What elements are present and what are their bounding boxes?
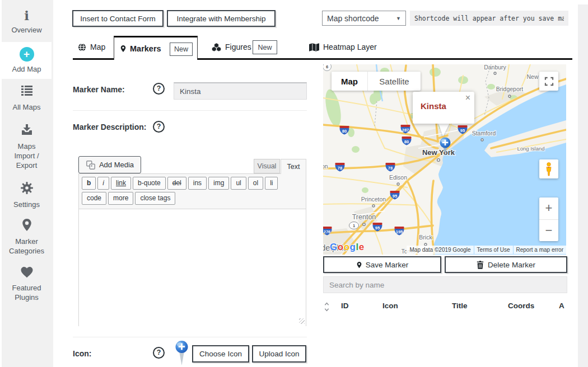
tab-heatmap-label: Heatmap Layer — [323, 43, 377, 51]
qt-ol-button[interactable]: ol — [248, 177, 263, 190]
zoom-in-button[interactable]: + — [539, 197, 558, 220]
markers-new-badge[interactable]: New — [170, 43, 193, 56]
editor-tab-visual[interactable]: Visual — [254, 159, 280, 173]
marker-name-label: Marker Name: — [73, 85, 125, 94]
sidebar-item-all-maps[interactable]: All Maps — [2, 84, 52, 112]
zoom-control: + − — [539, 197, 558, 241]
column-header-action[interactable]: A — [559, 302, 564, 310]
google-logo[interactable]: Google — [330, 242, 365, 253]
google-logo-letter: o — [338, 242, 344, 252]
map-type-satellite-button[interactable]: Satellite — [368, 72, 421, 91]
marker-name-input[interactable] — [174, 82, 307, 100]
fullscreen-button[interactable] — [539, 72, 558, 91]
sidebar-item-marker-categories[interactable]: Marker Categories — [2, 218, 52, 256]
map-data-attribution: Map data ©2019 Google — [407, 246, 473, 254]
column-header-id[interactable]: ID — [341, 302, 349, 310]
plus-circle-icon: + — [20, 47, 34, 62]
google-logo-letter: o — [344, 242, 350, 252]
wp-google-maps-page: i Overview + Add Map All Maps Maps Impor… — [0, 0, 588, 367]
sidebar-item-label: All Maps — [2, 102, 52, 112]
map-pin-icon — [21, 218, 33, 232]
marker-table-header: ID Icon Title Coords A — [323, 300, 567, 314]
report-map-error-link[interactable]: Report a map error — [514, 246, 566, 254]
column-header-coords[interactable]: Coords — [508, 302, 534, 310]
qt-del-button[interactable]: del — [167, 177, 186, 190]
sidebar-item-featured-plugins[interactable]: Featured Plugins — [2, 266, 52, 302]
qt-blockquote-button[interactable]: b-quote — [133, 177, 166, 190]
insert-to-contact-form-button[interactable]: Insert to Contact Form — [72, 10, 164, 27]
infowindow-close-icon[interactable]: × — [465, 93, 470, 103]
shield-label: 276 — [324, 229, 331, 234]
sidebar-item-add-map[interactable]: + Add Map — [0, 42, 52, 79]
editor-tab-text[interactable]: Text — [281, 159, 306, 174]
shield-label: 95 — [393, 194, 397, 199]
qt-ins-button[interactable]: ins — [188, 177, 207, 190]
qt-link-button[interactable]: link — [111, 177, 131, 190]
fullscreen-icon — [544, 77, 554, 86]
tab-heatmap-layer[interactable]: Heatmap Layer — [309, 43, 377, 51]
pegman-icon — [545, 162, 553, 176]
delete-marker-button[interactable]: Delete Marker — [445, 256, 567, 273]
qt-italic-button[interactable]: i — [97, 177, 109, 190]
zoom-out-button[interactable]: − — [539, 220, 558, 242]
sidebar-item-overview[interactable]: i Overview — [2, 9, 52, 35]
qt-close-tags-button[interactable]: close tags — [135, 192, 175, 205]
tab-markers[interactable]: Markers New — [114, 36, 198, 60]
sidebar-item-settings[interactable]: Settings — [2, 181, 52, 209]
sidebar-item-label: Overview — [2, 25, 52, 35]
marker-description-help-icon[interactable]: ? — [153, 121, 165, 133]
sidebar-item-maps-import-export[interactable]: Maps Import / Export — [2, 123, 52, 170]
google-logo-letter: e — [359, 242, 365, 252]
save-marker-button[interactable]: Save Marker — [323, 256, 441, 273]
google-map-canvas[interactable]: 80 287 80 95 78 78 95 95 195 276 1 6 — [323, 64, 566, 255]
google-logo-letter: g — [350, 242, 356, 252]
add-media-button[interactable]: Add Media — [78, 156, 141, 173]
sort-icon[interactable] — [324, 302, 329, 312]
tab-map[interactable]: Map — [78, 43, 105, 51]
qt-li-button[interactable]: li — [265, 177, 278, 190]
description-editor: b i link b-quote del ins img ul ol li co… — [78, 173, 306, 326]
qt-ul-button[interactable]: ul — [231, 177, 246, 190]
column-header-title[interactable]: Title — [452, 302, 468, 310]
current-marker-icon — [174, 340, 189, 366]
icon-help-icon[interactable]: ? — [153, 347, 165, 359]
qt-more-button[interactable]: more — [108, 192, 133, 205]
integrate-with-membership-button[interactable]: Integrate with Membership — [167, 10, 276, 27]
google-logo-letter: G — [330, 242, 338, 252]
pegman-control[interactable] — [539, 159, 558, 178]
figures-new-badge[interactable]: New — [253, 40, 277, 54]
gear-icon — [20, 181, 34, 195]
terms-of-use-link[interactable]: Terms of Use — [474, 246, 513, 254]
map-shortcode-select[interactable]: Map shortcode ▼ — [322, 11, 406, 26]
qt-code-button[interactable]: code — [82, 192, 106, 205]
map-label-stamford: Stamford — [472, 130, 496, 137]
map-marker[interactable] — [438, 137, 452, 156]
marker-description-textarea[interactable] — [79, 209, 306, 326]
add-media-label: Add Media — [99, 161, 134, 169]
save-pin-icon — [356, 261, 362, 269]
marker-infowindow: Kinsta × — [413, 92, 474, 124]
tab-figures[interactable]: Figures — [212, 43, 251, 51]
chevron-down-icon: ▼ — [396, 16, 401, 21]
textarea-resize-handle[interactable] — [299, 318, 305, 324]
marker-name-help-icon[interactable]: ? — [153, 83, 165, 95]
media-icon — [86, 160, 96, 170]
upload-icon-button[interactable]: Upload Icon — [252, 345, 306, 363]
route-shield-label: 6 — [326, 64, 328, 69]
marker-search-input[interactable] — [323, 276, 567, 293]
info-icon: i — [24, 8, 29, 23]
map-type-control: Map Satellite — [332, 72, 421, 91]
tab-figures-label: Figures — [225, 43, 251, 51]
section-divider — [73, 110, 307, 111]
shortcode-output-field[interactable] — [410, 11, 568, 26]
map-label-trenton: Trenton — [352, 213, 376, 221]
shield-label: 78 — [388, 166, 393, 171]
choose-icon-button[interactable]: Choose Icon — [192, 345, 249, 363]
qt-img-button[interactable]: img — [208, 177, 229, 190]
column-header-icon[interactable]: Icon — [382, 302, 398, 310]
list-icon — [20, 84, 34, 97]
sidebar-item-label: Marker Categories — [4, 237, 50, 256]
qt-bold-button[interactable]: b — [82, 177, 96, 190]
map-type-map-button[interactable]: Map — [332, 72, 368, 91]
marker-description-label: Marker Description: — [73, 123, 146, 131]
